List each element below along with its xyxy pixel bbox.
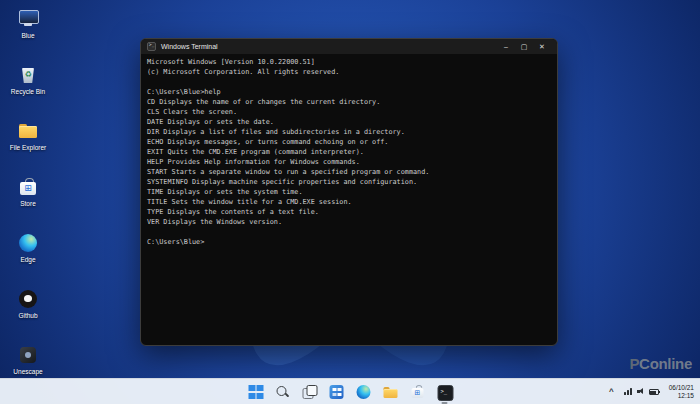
tray-date: 06/10/21 <box>669 384 694 392</box>
terminal-line: C:\Users\Blue>help <box>147 87 551 97</box>
desktop: BlueRecycle BinFile ExplorerStoreEdgeGit… <box>0 0 700 404</box>
terminal-line: EXIT Quits the CMD.EXE program (command … <box>147 147 551 157</box>
terminal-button[interactable] <box>435 382 455 402</box>
terminal-line: TIME Displays or sets the system time. <box>147 187 551 197</box>
terminal-line: VER Displays the Windows version. <box>147 217 551 227</box>
taskbar: ^ 06/10/21 12:15 <box>0 378 700 404</box>
clock[interactable]: 06/10/21 12:15 <box>667 384 696 399</box>
terminal-window[interactable]: Windows Terminal – ▢ ✕ Microsoft Windows… <box>140 38 558 346</box>
terminal-line <box>147 227 551 237</box>
task-view-icon <box>302 384 318 400</box>
monitor-icon <box>17 8 39 30</box>
hidden-icons-chevron[interactable]: ^ <box>607 387 616 396</box>
terminal-line: DIR Displays a list of files and subdire… <box>147 127 551 137</box>
desktop-icon-label: File Explorer <box>10 144 46 151</box>
desktop-icon-label: Store <box>20 200 36 207</box>
close-button[interactable]: ✕ <box>533 39 551 54</box>
app-icon <box>17 344 39 366</box>
terminal-line <box>147 77 551 87</box>
desktop-icon-store[interactable]: Store <box>6 176 50 224</box>
folder-icon <box>17 120 39 142</box>
active-app-indicator <box>442 402 448 404</box>
file-explorer-button[interactable] <box>381 382 401 402</box>
desktop-icon-edge[interactable]: Edge <box>6 232 50 280</box>
desktop-icon-list: BlueRecycle BinFile ExplorerStoreEdgeGit… <box>6 8 50 392</box>
store-button[interactable] <box>408 382 428 402</box>
store-icon <box>410 384 426 400</box>
terminal-line: CD Displays the name of or changes the c… <box>147 97 551 107</box>
desktop-icon-label: Github <box>18 312 37 319</box>
terminal-line: (c) Microsoft Corporation. All rights re… <box>147 67 551 77</box>
desktop-icon-label: Unescape <box>13 368 42 375</box>
tray-time: 12:15 <box>669 392 694 400</box>
github-icon <box>17 288 39 310</box>
volume-icon <box>637 388 645 395</box>
terminal-line: Microsoft Windows [Version 10.0.22000.51… <box>147 57 551 67</box>
taskbar-center <box>246 379 455 404</box>
edge-icon <box>17 232 39 254</box>
terminal-line: TITLE Sets the window title for a CMD.EX… <box>147 197 551 207</box>
desktop-icon-recycle-bin[interactable]: Recycle Bin <box>6 64 50 112</box>
watermark: PConline <box>629 355 692 372</box>
terminal-line: DATE Displays or sets the date. <box>147 117 551 127</box>
desktop-icon-github[interactable]: Github <box>6 288 50 336</box>
search-button[interactable] <box>273 382 293 402</box>
search-icon <box>275 384 291 400</box>
battery-icon <box>649 389 659 395</box>
terminal-titlebar[interactable]: Windows Terminal – ▢ ✕ <box>141 39 557 54</box>
terminal-line: C:\Users\Blue> <box>147 237 551 247</box>
widgets-icon <box>329 384 345 400</box>
edge-icon <box>356 384 372 400</box>
widgets-button[interactable] <box>327 382 347 402</box>
system-tray: ^ 06/10/21 12:15 <box>607 379 696 404</box>
edge-button[interactable] <box>354 382 374 402</box>
network-icon <box>624 388 633 395</box>
task-view-button[interactable] <box>300 382 320 402</box>
terminal-line: SYSTEMINFO Displays machine specific pro… <box>147 177 551 187</box>
store-icon <box>17 176 39 198</box>
desktop-icon-file-explorer[interactable]: File Explorer <box>6 120 50 168</box>
terminal-output[interactable]: Microsoft Windows [Version 10.0.22000.51… <box>141 54 557 250</box>
recycle-bin-icon <box>17 64 39 86</box>
desktop-icon-blue[interactable]: Blue <box>6 8 50 56</box>
start-icon <box>248 384 264 400</box>
desktop-icon-label: Edge <box>20 256 35 263</box>
maximize-button[interactable]: ▢ <box>515 39 533 54</box>
folder-icon <box>383 384 399 400</box>
terminal-app-icon <box>147 42 156 51</box>
desktop-icon-label: Recycle Bin <box>11 88 45 95</box>
terminal-line: TYPE Displays the contents of a text fil… <box>147 207 551 217</box>
terminal-icon <box>437 384 453 400</box>
terminal-line: ECHO Displays messages, or turns command… <box>147 137 551 147</box>
tray-status-icons[interactable] <box>622 388 661 395</box>
start-button[interactable] <box>246 382 266 402</box>
desktop-icon-label: Blue <box>21 32 34 39</box>
terminal-line: CLS Clears the screen. <box>147 107 551 117</box>
window-controls: – ▢ ✕ <box>497 39 551 54</box>
terminal-line: HELP Provides Help information for Windo… <box>147 157 551 167</box>
terminal-line: START Starts a separate window to run a … <box>147 167 551 177</box>
minimize-button[interactable]: – <box>497 39 515 54</box>
window-title: Windows Terminal <box>161 43 218 50</box>
